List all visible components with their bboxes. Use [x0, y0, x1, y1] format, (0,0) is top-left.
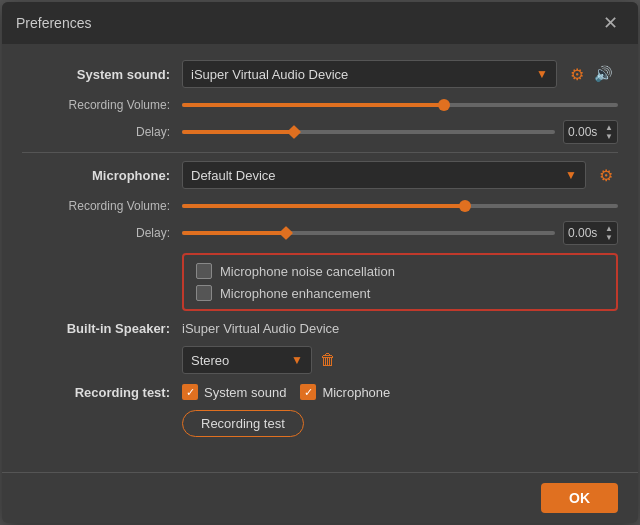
noise-cancellation-checkbox[interactable]	[196, 263, 212, 279]
built-in-speaker-label: Built-in Speaker:	[22, 321, 182, 336]
microphone-delay-label: Delay:	[22, 226, 182, 240]
stereo-dropdown-arrow: ▼	[291, 353, 303, 367]
enhancement-label: Microphone enhancement	[220, 286, 370, 301]
preferences-dialog: Preferences ✕ System sound: iSuper Virtu…	[2, 2, 638, 523]
microphone-device: Default Device	[191, 168, 276, 183]
system-sound-delay-row: Delay: 0.00s ▲▼	[22, 120, 618, 144]
microphone-settings-icon[interactable]: ⚙	[594, 164, 618, 187]
microphone-row: Microphone: Default Device ▼ ⚙	[22, 161, 618, 189]
built-in-speaker-device: iSuper Virtual Audio Device	[182, 321, 339, 336]
microphone-dropdown[interactable]: Default Device ▼	[182, 161, 586, 189]
system-sound-device: iSuper Virtual Audio Device	[191, 67, 348, 82]
microphone-volume-row: Recording Volume:	[22, 199, 618, 213]
microphone-options-section: Microphone noise cancellation Microphone…	[182, 253, 618, 311]
system-sound-settings-icon[interactable]: ⚙	[565, 63, 589, 86]
close-button[interactable]: ✕	[597, 12, 624, 34]
system-sound-dropdown-arrow: ▼	[536, 67, 548, 81]
microphone-check[interactable]: ✓	[300, 384, 316, 400]
microphone-delay-slider[interactable]	[182, 231, 555, 235]
system-sound-row: System sound: iSuper Virtual Audio Devic…	[22, 60, 618, 88]
enhancement-row: Microphone enhancement	[196, 285, 604, 301]
microphone-dropdown-arrow: ▼	[565, 168, 577, 182]
system-sound-volume-slider[interactable]	[182, 103, 618, 107]
recording-test-button[interactable]: Recording test	[182, 410, 304, 437]
system-sound-check-label: System sound	[204, 385, 286, 400]
dialog-title: Preferences	[16, 15, 91, 31]
enhancement-checkbox[interactable]	[196, 285, 212, 301]
noise-cancellation-label: Microphone noise cancellation	[220, 264, 395, 279]
noise-cancellation-row: Microphone noise cancellation	[196, 263, 604, 279]
trash-icon[interactable]: 🗑	[320, 351, 336, 369]
microphone-delay-row: Delay: 0.00s ▲▼	[22, 221, 618, 245]
system-sound-check[interactable]: ✓	[182, 384, 198, 400]
system-sound-volume-label: Recording Volume:	[22, 98, 182, 112]
microphone-label: Microphone:	[22, 168, 182, 183]
system-sound-delay-slider[interactable]	[182, 130, 555, 134]
title-bar: Preferences ✕	[2, 2, 638, 44]
system-sound-delay-spinbox[interactable]: 0.00s ▲▼	[563, 120, 618, 144]
recording-test-label: Recording test:	[22, 385, 182, 400]
recording-test-row: Recording test: ✓ System sound ✓ Microph…	[22, 384, 618, 400]
built-in-speaker-row: Built-in Speaker: iSuper Virtual Audio D…	[22, 321, 618, 336]
preferences-content: System sound: iSuper Virtual Audio Devic…	[2, 44, 638, 472]
divider1	[22, 152, 618, 153]
microphone-check-label: Microphone	[322, 385, 390, 400]
stereo-label: Stereo	[191, 353, 229, 368]
microphone-delay-value: 0.00s	[568, 226, 597, 240]
system-sound-delay-label: Delay:	[22, 125, 182, 139]
stereo-row: Stereo ▼ 🗑	[182, 346, 618, 374]
stereo-dropdown[interactable]: Stereo ▼	[182, 346, 312, 374]
system-sound-delay-value: 0.00s	[568, 125, 597, 139]
ok-button[interactable]: OK	[541, 483, 618, 513]
microphone-volume-slider[interactable]	[182, 204, 618, 208]
microphone-volume-label: Recording Volume:	[22, 199, 182, 213]
dialog-footer: OK	[2, 472, 638, 523]
microphone-delay-spinbox[interactable]: 0.00s ▲▼	[563, 221, 618, 245]
recording-test-button-row: Recording test	[182, 410, 618, 437]
system-sound-label: System sound:	[22, 67, 182, 82]
system-sound-volume-row: Recording Volume:	[22, 98, 618, 112]
system-sound-volume-icon[interactable]: 🔊	[589, 63, 618, 85]
system-sound-dropdown[interactable]: iSuper Virtual Audio Device ▼	[182, 60, 557, 88]
